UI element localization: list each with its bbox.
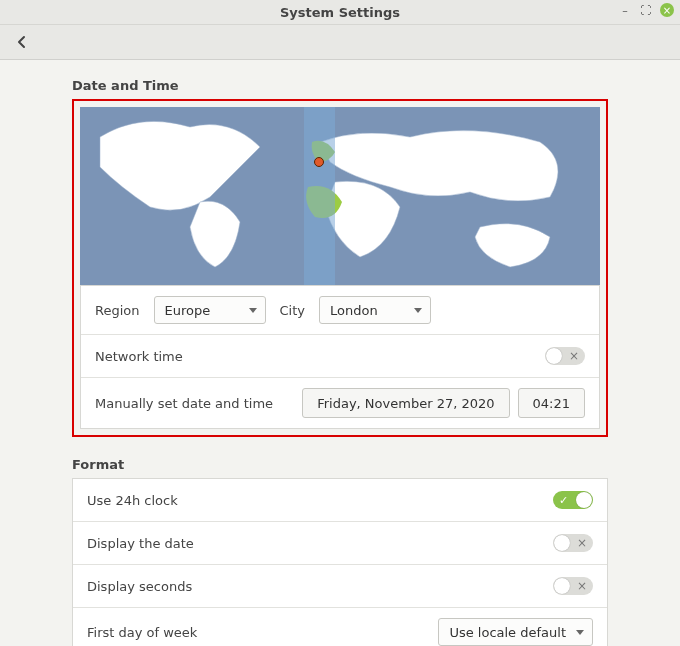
maximize-icon[interactable]: ⛶ xyxy=(640,5,650,15)
time-button[interactable]: 04:21 xyxy=(518,388,585,418)
section-heading-datetime: Date and Time xyxy=(72,78,608,93)
region-select[interactable]: Europe xyxy=(154,296,266,324)
use-24h-label: Use 24h clock xyxy=(87,493,178,508)
content-area: Date and Time Region xyxy=(0,60,680,646)
city-value: London xyxy=(330,303,378,318)
chevron-down-icon xyxy=(576,630,584,635)
window-controls: – ⛶ × xyxy=(620,3,674,17)
back-button[interactable] xyxy=(10,30,34,54)
format-panel: Use 24h clock Display the date Display s… xyxy=(72,478,608,646)
arrow-left-icon xyxy=(14,34,30,50)
row-manual-datetime: Manually set date and time Friday, Novem… xyxy=(81,377,599,428)
row-display-seconds: Display seconds xyxy=(73,564,607,607)
row-24h: Use 24h clock xyxy=(73,479,607,521)
display-seconds-toggle[interactable] xyxy=(553,577,593,595)
city-select[interactable]: London xyxy=(319,296,431,324)
display-date-toggle[interactable] xyxy=(553,534,593,552)
use-24h-toggle[interactable] xyxy=(553,491,593,509)
section-heading-format: Format xyxy=(72,457,608,472)
timezone-map[interactable] xyxy=(80,107,600,285)
row-region-city: Region Europe City London xyxy=(81,286,599,334)
date-button[interactable]: Friday, November 27, 2020 xyxy=(302,388,509,418)
location-marker xyxy=(314,157,324,167)
first-day-select[interactable]: Use locale default xyxy=(438,618,593,646)
world-map-svg xyxy=(80,107,600,285)
row-first-day: First day of week Use locale default xyxy=(73,607,607,646)
region-value: Europe xyxy=(165,303,211,318)
city-label: City xyxy=(280,303,305,318)
time-value: 04:21 xyxy=(533,396,570,411)
network-time-toggle[interactable] xyxy=(545,347,585,365)
row-display-date: Display the date xyxy=(73,521,607,564)
row-network-time: Network time xyxy=(81,334,599,377)
manual-datetime-label: Manually set date and time xyxy=(95,396,273,411)
region-label: Region xyxy=(95,303,140,318)
window-title: System Settings xyxy=(280,5,400,20)
datetime-highlight-box: Region Europe City London Network time xyxy=(72,99,608,437)
network-time-label: Network time xyxy=(95,349,183,364)
first-day-value: Use locale default xyxy=(449,625,566,640)
close-icon[interactable]: × xyxy=(660,3,674,17)
chevron-down-icon xyxy=(249,308,257,313)
titlebar: System Settings – ⛶ × xyxy=(0,0,680,25)
display-seconds-label: Display seconds xyxy=(87,579,192,594)
minimize-icon[interactable]: – xyxy=(620,5,630,15)
chevron-down-icon xyxy=(414,308,422,313)
date-value: Friday, November 27, 2020 xyxy=(317,396,494,411)
timezone-band xyxy=(304,107,335,285)
first-day-label: First day of week xyxy=(87,625,197,640)
toolbar xyxy=(0,25,680,60)
datetime-panel: Region Europe City London Network time xyxy=(80,285,600,429)
display-date-label: Display the date xyxy=(87,536,194,551)
